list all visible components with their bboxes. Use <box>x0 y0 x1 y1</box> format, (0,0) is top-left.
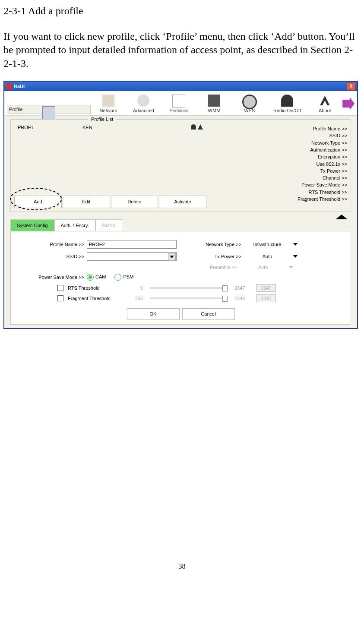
tab-advanced[interactable]: Advanced <box>126 94 161 114</box>
frag-slider[interactable] <box>150 297 228 299</box>
dropdown-icon[interactable] <box>168 253 176 261</box>
detail-frag: Fragment Threshold >> <box>274 196 347 202</box>
frag-min: 256 <box>128 295 143 301</box>
tab-about-label: About <box>319 108 331 113</box>
dropdown-icon[interactable] <box>293 255 298 258</box>
tab-system-config[interactable]: System Config <box>10 219 54 231</box>
tab-statistics[interactable]: Statistics <box>161 94 196 114</box>
cam-radio[interactable]: CAM <box>87 274 106 281</box>
activate-button[interactable]: Activate <box>159 196 206 208</box>
tab-wmm-label: WMM <box>208 108 221 113</box>
detail-encryption: Encryption >> <box>274 154 347 160</box>
network-type-value[interactable]: Infrastructure <box>246 241 289 247</box>
main-toolbar: Profile Network Advanced Statistics WMM … <box>4 91 357 116</box>
ssid-select[interactable] <box>87 252 177 261</box>
ok-button[interactable]: OK <box>127 308 180 319</box>
page-number: 38 <box>3 562 361 571</box>
dropdown-icon <box>289 266 293 269</box>
rts-checkbox[interactable] <box>57 285 63 291</box>
detail-8021x: Use 802.1x >> <box>274 161 347 167</box>
preamble-value: Auto <box>241 264 285 270</box>
psm-radio[interactable]: PSM <box>114 274 133 281</box>
detail-channel: Channel >> <box>274 175 347 181</box>
detail-ssid: SSID >> <box>274 133 347 139</box>
profile-ssid-cell: KEN <box>82 124 169 130</box>
psm-opt-label: PSM <box>123 274 133 279</box>
edit-button[interactable]: Edit <box>63 196 110 208</box>
preamble-label: Preamble >> <box>185 264 237 270</box>
detail-network-type: Network Type >> <box>274 140 347 146</box>
tab-advanced-label: Advanced <box>133 108 154 113</box>
profile-name-input[interactable]: PROF2 <box>87 240 177 249</box>
txpower-value[interactable]: Auto <box>246 253 289 259</box>
rts-min: 0 <box>128 285 143 291</box>
profile-row[interactable]: PROF1 KEN <box>14 123 206 132</box>
frag-label: Fragment Threshold <box>68 295 124 301</box>
title-bar[interactable]: RaUI X <box>4 82 357 91</box>
section-paragraph: If you want to click new profile, click … <box>3 30 361 70</box>
tab-statistics-label: Statistics <box>169 108 188 113</box>
network-type-label: Network Type >> <box>190 241 241 247</box>
frag-max: 2346 <box>234 295 252 301</box>
rts-max: 2347 <box>234 285 252 291</box>
tab-radio-label: Radio On/Off <box>273 108 301 113</box>
tab-network[interactable]: Network <box>91 94 126 114</box>
raui-window: RaUI X Profile Network Advanced Statisti… <box>3 81 358 329</box>
tab-about[interactable]: About <box>307 94 342 114</box>
rts-value-box: 2347 <box>256 284 276 292</box>
security-icon <box>191 124 196 130</box>
dropdown-icon[interactable] <box>293 243 298 246</box>
cancel-button[interactable]: Cancel <box>182 308 235 319</box>
profile-list-frame: Profile List PROF1 KEN Add Edit Delete <box>10 119 351 212</box>
psm-label: Power Save Mode >> <box>17 274 87 280</box>
frag-value-box: 2346 <box>256 294 276 302</box>
detail-psm: Power Save Mode >> <box>274 182 347 188</box>
tab-wps[interactable]: WPS <box>232 94 267 114</box>
window-title: RaUI <box>14 83 25 89</box>
tab-radio[interactable]: Radio On/Off <box>267 94 307 114</box>
collapse-icon[interactable] <box>336 215 348 219</box>
ssid-label: SSID >> <box>17 253 87 259</box>
delete-button[interactable]: Delete <box>111 196 158 208</box>
close-button[interactable]: X <box>347 82 355 90</box>
detail-txpower: Tx Power >> <box>274 168 347 174</box>
detail-profile-name: Profile Name >> <box>274 126 347 132</box>
frag-checkbox[interactable] <box>57 295 63 301</box>
detail-rts: RTS Threshold >> <box>274 189 347 195</box>
profile-name-cell: PROF1 <box>18 124 82 130</box>
app-icon <box>6 83 12 89</box>
config-panel: Profile Name >> PROF2 Network Type >> In… <box>10 231 351 325</box>
tab-wmm[interactable]: WMM <box>196 94 232 114</box>
tab-auth-encry[interactable]: Auth. \ Encry. <box>54 219 95 231</box>
signal-icon <box>198 124 203 130</box>
profile-name-label: Profile Name >> <box>17 241 87 247</box>
rts-slider[interactable] <box>150 287 228 289</box>
profile-list-legend: Profile List <box>89 116 116 122</box>
txpower-label: Tx Power >> <box>190 253 241 259</box>
add-button[interactable]: Add <box>14 196 62 208</box>
section-heading: 2-3-1 Add a profile <box>3 4 361 18</box>
detail-authentication: Authentication >> <box>274 147 347 153</box>
tab-profile-label: Profile <box>9 106 22 112</box>
profile-details: Profile Name >> SSID >> Network Type >> … <box>212 123 347 208</box>
tab-profile[interactable]: Profile <box>7 105 91 114</box>
rts-label: RTS Threshold <box>68 285 124 291</box>
cam-label: CAM <box>95 274 106 279</box>
tab-8021x: 8021X <box>95 219 122 231</box>
expand-arrow-icon[interactable] <box>342 97 355 110</box>
tab-network-label: Network <box>100 108 117 113</box>
